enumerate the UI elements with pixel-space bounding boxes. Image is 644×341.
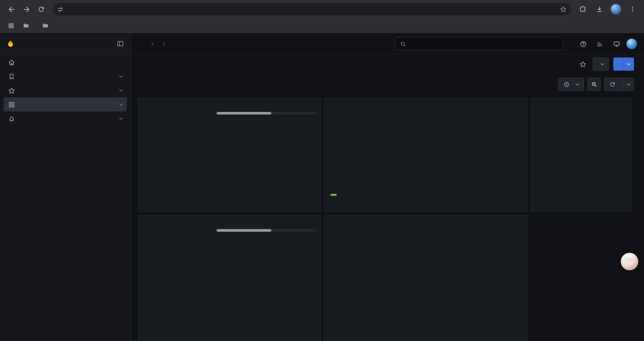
- reload-icon: [38, 6, 45, 13]
- browser-toolbar: [0, 0, 644, 19]
- panel-header[interactable]: [324, 98, 527, 103]
- favorite-star-button[interactable]: [577, 59, 588, 70]
- panel-errors-per-second: [531, 98, 631, 212]
- search-input[interactable]: [410, 40, 555, 48]
- grafana-logo[interactable]: [6, 39, 15, 48]
- kebab-menu-icon: [629, 6, 636, 13]
- browser-actions: [576, 2, 640, 16]
- screen: [0, 0, 644, 341]
- dashboards-grid-icon: [8, 101, 15, 108]
- puzzle-icon: [579, 6, 586, 13]
- browser-menu-button[interactable]: [626, 2, 640, 16]
- chevron-down-icon[interactable]: [119, 116, 123, 120]
- scrollbar-thumb[interactable]: [216, 229, 271, 232]
- bookmark-icon: [8, 73, 15, 80]
- chart-legend[interactable]: [330, 190, 521, 200]
- horizontal-scrollbar[interactable]: [216, 112, 316, 115]
- legend-wrap: [216, 104, 316, 194]
- dashboard-toolbar: [131, 55, 644, 74]
- back-button[interactable]: [4, 2, 18, 16]
- sidebar-item-bookmarks[interactable]: [4, 69, 127, 83]
- refresh-split-button: [604, 78, 634, 91]
- panel-header[interactable]: [138, 215, 320, 220]
- panel-header[interactable]: [138, 98, 320, 103]
- zoom-out-button[interactable]: [588, 78, 600, 91]
- reload-button[interactable]: [34, 2, 48, 16]
- export-button[interactable]: [593, 58, 609, 71]
- chevron-down-icon: [576, 82, 579, 86]
- bookmark-item-blog[interactable]: [38, 21, 55, 31]
- share-split-button: [613, 58, 634, 71]
- download-icon: [596, 6, 603, 13]
- user-avatar[interactable]: [626, 39, 637, 49]
- chevron-down-icon[interactable]: [119, 74, 123, 78]
- sidebar: [0, 33, 131, 341]
- extensions-button[interactable]: [576, 2, 590, 16]
- apps-grid-button[interactable]: [5, 20, 17, 31]
- app-header: [131, 33, 644, 55]
- sidebar-item-alerting[interactable]: [4, 112, 127, 126]
- clock-icon: [563, 81, 570, 88]
- star-icon: [8, 87, 15, 94]
- chevron-right-icon: [150, 42, 154, 46]
- scrollbar-thumb[interactable]: [216, 112, 271, 115]
- sidebar-nav: [0, 55, 130, 126]
- share-button[interactable]: [613, 58, 624, 71]
- forward-button[interactable]: [19, 2, 33, 16]
- bookmark-item-freeleaps[interactable]: [19, 21, 36, 31]
- chevron-down-icon: [627, 62, 631, 65]
- timeseries-chart[interactable]: [143, 222, 213, 332]
- sidebar-item-starred[interactable]: [4, 83, 127, 97]
- refresh-icon: [609, 81, 616, 87]
- url-bar[interactable]: [52, 3, 571, 15]
- header-icons: [576, 33, 637, 55]
- refresh-button[interactable]: [604, 78, 624, 91]
- arrow-right-icon: [22, 6, 30, 13]
- bookmarks-bar: [0, 19, 644, 33]
- sidebar-header: [0, 33, 130, 55]
- chevron-down-icon: [600, 62, 604, 65]
- main-area: [131, 33, 644, 341]
- downloads-button[interactable]: [592, 2, 606, 16]
- site-settings-icon[interactable]: [57, 6, 64, 13]
- legend-wrap: [440, 222, 522, 332]
- share-menu-button[interactable]: [624, 58, 634, 71]
- panel-request-per-minute: [324, 98, 528, 212]
- floating-avatar[interactable]: [621, 253, 638, 270]
- legend-series-dash: [330, 194, 337, 196]
- sidebar-toggle-button[interactable]: [116, 40, 124, 47]
- sidebar-item-dashboards[interactable]: [4, 97, 127, 112]
- panel-average-response-time: [138, 215, 321, 341]
- search-icon: [400, 41, 406, 47]
- bell-icon: [8, 115, 15, 122]
- magnifier-minus-icon: [591, 81, 597, 88]
- home-icon: [8, 59, 15, 66]
- apps-grid-icon: [8, 22, 14, 29]
- arrow-left-icon: [8, 6, 15, 13]
- folder-icon: [42, 22, 49, 29]
- sidebar-item-home[interactable]: [4, 55, 127, 69]
- monitor-button[interactable]: [610, 37, 623, 51]
- chevron-down-icon[interactable]: [119, 102, 123, 106]
- timeseries-chart[interactable]: [143, 104, 213, 194]
- no-data-message: [536, 104, 626, 197]
- panel-header[interactable]: [324, 215, 527, 220]
- chevron-down-icon: [627, 82, 631, 86]
- chevron-down-icon[interactable]: [119, 88, 123, 92]
- panel-total-requests: [138, 98, 321, 212]
- grafana-app: [0, 33, 644, 341]
- horizontal-scrollbar[interactable]: [216, 229, 316, 232]
- profile-button[interactable]: [609, 2, 623, 16]
- news-rss-button[interactable]: [593, 37, 606, 51]
- chevron-right-icon: [161, 42, 165, 46]
- bar-chart[interactable]: [330, 104, 522, 189]
- search-box[interactable]: [395, 37, 563, 51]
- breadcrumb: [146, 42, 169, 45]
- folder-icon: [23, 22, 29, 29]
- time-range-button[interactable]: [558, 78, 584, 91]
- bar-chart[interactable]: [329, 222, 436, 332]
- panel-header[interactable]: [531, 98, 631, 103]
- help-button[interactable]: [576, 37, 590, 51]
- refresh-interval-button[interactable]: [624, 78, 634, 91]
- bookmark-star-button[interactable]: [560, 6, 567, 13]
